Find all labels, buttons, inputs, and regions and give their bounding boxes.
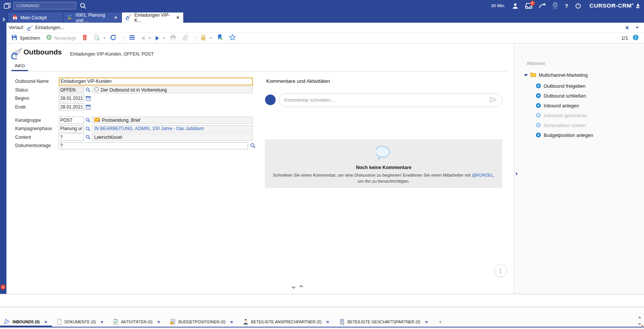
- close-icon[interactable]: ✕: [230, 320, 233, 324]
- tab-beteiligte-ansprechpartner[interactable]: BETEILIGTE ANSPRECHPARTNER (0) ✕: [243, 316, 329, 327]
- mention-link[interactable]: @KÜRZEL: [472, 173, 493, 177]
- attachment-button[interactable]: [182, 34, 188, 42]
- calendar-icon[interactable]: [86, 104, 91, 110]
- dock-notification-badge[interactable]: 2: [0, 284, 6, 290]
- kampagnenphase-link[interactable]: IN BEARBEITUNG, ADMIN, 100 Jahre - Das J…: [94, 126, 204, 131]
- copy-record-button[interactable]: [94, 34, 106, 42]
- close-history-icon[interactable]: ✕: [625, 25, 629, 31]
- toolbar-separator: [124, 35, 125, 41]
- close-icon[interactable]: ✕: [114, 16, 117, 20]
- kampagnenphase-input[interactable]: [59, 125, 84, 132]
- tab-inbounds[interactable]: INBOUNDS (0) ✕: [4, 316, 47, 327]
- lookup-search-icon[interactable]: [250, 143, 256, 148]
- new-record-button[interactable]: Neuanlage: [46, 34, 76, 42]
- tab-budgetpositionen[interactable]: BUDGETPOSITIONEN (0) ✕: [170, 316, 233, 327]
- tree-collapse-icon[interactable]: [524, 74, 528, 76]
- history-bar: Verlauf: Einladungen... ✕: [6, 23, 644, 33]
- command-input[interactable]: [14, 2, 76, 9]
- paperclip-icon: [182, 34, 188, 42]
- scroll-up-icon[interactable]: [638, 317, 641, 319]
- action-inbound-anlegen[interactable]: Inbound anlegen: [536, 102, 593, 109]
- tab-kampagne[interactable]: 0001, Planung und ... ✕: [64, 12, 121, 23]
- sidebar-expand-chevron-icon[interactable]: [515, 169, 517, 176]
- save-button[interactable]: Speichern: [11, 34, 40, 42]
- close-icon[interactable]: ✕: [100, 320, 103, 324]
- logout-power-icon[interactable]: [575, 3, 581, 9]
- building-person-icon: [339, 319, 345, 325]
- tab-mein-cockpit[interactable]: Mein Cockpit: [8, 12, 63, 23]
- close-icon[interactable]: ✕: [157, 320, 160, 324]
- history-entry[interactable]: Einladungen...: [35, 25, 64, 30]
- page-title: Outbounds: [23, 48, 62, 56]
- tab-beteiligte-geschaeftspartner[interactable]: BETEILIGTE GESCHÄFTSPARTNER (0) ✕: [339, 316, 428, 327]
- action-outbound-schliessen[interactable]: Outbound schließen: [536, 93, 593, 99]
- left-dock-strip[interactable]: [0, 23, 6, 294]
- refresh-button[interactable]: [110, 34, 117, 42]
- previous-dropdown-icon[interactable]: [148, 37, 151, 39]
- bookmark-button[interactable]: [217, 34, 223, 42]
- lookup-search-icon[interactable]: [86, 118, 90, 123]
- print-button[interactable]: [170, 34, 176, 42]
- comments-section-title: Kommentare und Aktivitäten: [266, 78, 330, 84]
- action-budgetposition-anlegen[interactable]: Budgetposition anlegen: [536, 132, 593, 139]
- lookup-search-icon[interactable]: [86, 126, 90, 131]
- tab-info[interactable]: INFO: [11, 62, 28, 71]
- horizontal-splitter[interactable]: [0, 294, 644, 307]
- status-input[interactable]: [59, 86, 84, 93]
- lookup-search-icon[interactable]: [86, 135, 90, 140]
- content-input[interactable]: [59, 133, 84, 141]
- actions-group[interactable]: Multichannel-Marketing: [524, 72, 588, 78]
- outbound-name-input[interactable]: [59, 78, 253, 85]
- more-options-button[interactable]: ⋮: [494, 264, 507, 277]
- form-row-status: Status Der Outbound ist in Vorbereitung: [15, 86, 253, 94]
- tab-dokumente[interactable]: DOKUMENTE (0) ✕: [57, 316, 103, 327]
- lock-dropdown-icon[interactable]: [209, 37, 212, 39]
- scroll-down-icon[interactable]: [638, 322, 641, 325]
- window-stack-icon[interactable]: [4, 3, 11, 9]
- close-icon[interactable]: ✕: [44, 320, 47, 324]
- info-icon[interactable]: [633, 34, 639, 42]
- collapse-down-icon[interactable]: [292, 285, 296, 289]
- play-circle-icon: [536, 93, 541, 99]
- next-record-button[interactable]: [156, 36, 165, 40]
- action-outbound-freigeben[interactable]: Outbound freigeben: [536, 83, 593, 90]
- add-tab-button[interactable]: +: [439, 319, 442, 325]
- dokumentvorlage-input[interactable]: [59, 142, 248, 149]
- floppy-disk-icon: [11, 34, 17, 42]
- user-icon[interactable]: [512, 3, 518, 9]
- copy-dropdown-icon[interactable]: [103, 37, 106, 39]
- field-label: Content: [15, 135, 59, 140]
- delete-button[interactable]: [82, 34, 87, 42]
- panel-edge-chevron-icon[interactable]: [642, 321, 644, 328]
- tab-outbound-active[interactable]: Einladungen VIP-K... ✕: [122, 12, 183, 23]
- comment-input[interactable]: [284, 98, 490, 103]
- help-icon[interactable]: ?: [565, 3, 568, 9]
- ende-date-input[interactable]: [59, 103, 84, 110]
- history-dropdown-icon[interactable]: [636, 27, 639, 28]
- next-dropdown-icon[interactable]: [162, 37, 165, 39]
- close-icon[interactable]: ✕: [425, 320, 428, 324]
- lock-button[interactable]: [201, 34, 212, 42]
- calendar-icon[interactable]: [86, 96, 91, 101]
- close-icon[interactable]: ✕: [326, 320, 329, 324]
- search-icon[interactable]: [80, 3, 86, 9]
- globe-icon[interactable]: CMD: [552, 2, 558, 9]
- menu-button[interactable]: [129, 35, 135, 42]
- close-icon[interactable]: ✕: [176, 16, 179, 20]
- expand-up-icon[interactable]: [299, 285, 303, 289]
- lookup-search-icon[interactable]: [86, 87, 90, 92]
- hamburger-menu-icon: [129, 35, 135, 42]
- content-description: Leerschlüssel: [92, 133, 253, 141]
- globe-label: CMD: [553, 7, 558, 9]
- redo-arrow-icon[interactable]: [539, 3, 546, 9]
- favorite-button[interactable]: [229, 34, 236, 42]
- beginn-date-input[interactable]: [59, 95, 84, 102]
- inbox-tray-icon[interactable]: 2: [525, 3, 532, 9]
- tab-aktivitaeten[interactable]: AKTIVITÄTEN (0) ✕: [113, 316, 160, 327]
- form-row-outbound-name: Outbound-Name: [15, 78, 253, 85]
- kanalgruppe-input[interactable]: [59, 116, 84, 124]
- tabs-overflow-chevron-icon[interactable]: [2, 16, 5, 22]
- notification-badge: 2: [530, 1, 535, 6]
- send-icon[interactable]: [490, 97, 497, 104]
- previous-record-button[interactable]: [141, 36, 151, 40]
